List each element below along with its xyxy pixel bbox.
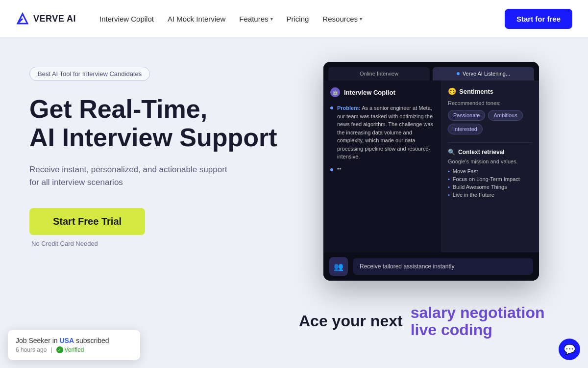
navbar: VERVE AI Interview Copilot AI Mock Inter… xyxy=(0,0,588,37)
chat-widget[interactable]: 💬 xyxy=(559,339,580,360)
mic-button[interactable]: 👥 xyxy=(329,257,348,276)
logo-text: VERVE AI xyxy=(33,14,76,24)
notification-name: Job Seeker in USA subscribed xyxy=(16,337,132,344)
nav-pricing[interactable]: Pricing xyxy=(287,15,309,23)
copilot-icon: 🤖 xyxy=(330,87,340,97)
rec-label: Recommended tones: xyxy=(448,100,532,106)
context-item-3: Build Awesome Things xyxy=(448,184,532,190)
notification-meta: 6 hours ago | ✓ Verified xyxy=(16,346,132,353)
search-icon: 🔍 xyxy=(448,149,455,156)
assist-text: Receive tailored assistance instantly xyxy=(353,258,533,275)
copilot-header: 🤖 Interview Copilot xyxy=(330,87,434,97)
context-section: 🔍 Context retrieval Google's mission and… xyxy=(448,142,532,198)
notification-popup: Job Seeker in USA subscribed 6 hours ago… xyxy=(8,330,140,360)
bullet-dot-1 xyxy=(330,106,333,109)
mock-bottom-bar: 👥 Receive tailored assistance instantly xyxy=(323,252,539,281)
copilot-text-1: Problem: As a senior engineer at Meta, o… xyxy=(337,104,434,161)
nav-resources[interactable]: Resources ▾ xyxy=(322,15,362,23)
copilot-panel: 🤖 Interview Copilot Problem: As a senior… xyxy=(323,80,441,252)
notification-time: 6 hours ago xyxy=(16,346,47,353)
cta-group: Start Free Trial No Credit Card Needed xyxy=(29,208,294,247)
start-free-trial-button[interactable]: Start Free Trial xyxy=(29,208,145,235)
sentiments-panel: 😊 Sentiments Recommended tones: Passiona… xyxy=(441,80,539,252)
nav-features[interactable]: Features ▾ xyxy=(239,15,272,23)
context-item-4: Live in the Future xyxy=(448,192,532,198)
copilot-text-2: ** xyxy=(337,166,342,174)
context-header: 🔍 Context retrieval xyxy=(448,149,532,156)
tone-ambitious: Ambitious xyxy=(488,110,522,121)
copilot-title: Interview Copilot xyxy=(344,89,395,96)
copilot-bullet-2: ** xyxy=(330,166,434,174)
hero-right: Online Interview Verve AI Listening... 🤖… xyxy=(314,57,559,368)
tone-interested: Interested xyxy=(448,124,483,134)
verified-badge: ✓ Verified xyxy=(56,346,84,353)
features-arrow-icon: ▾ xyxy=(270,16,273,22)
context-item-2: Focus on Long-Term Impact xyxy=(448,176,532,182)
scroll-label-2: live coding xyxy=(411,321,545,339)
bullet-dot-2 xyxy=(330,168,333,171)
context-item-1: Move Fast xyxy=(448,168,532,174)
hero-left: Best AI Tool for Interview Candidates Ge… xyxy=(29,57,294,368)
logo[interactable]: VERVE AI xyxy=(16,12,76,26)
nav-ai-mock-interview[interactable]: AI Mock Interview xyxy=(168,15,225,23)
ace-text: Ace your next xyxy=(299,312,403,330)
main-content: Best AI Tool for Interview Candidates Ge… xyxy=(0,37,588,368)
scroll-label-1: salary negotiation xyxy=(411,304,545,321)
notification-separator: | xyxy=(50,346,52,353)
mock-tab-verve-ai[interactable]: Verve AI Listening... xyxy=(433,67,534,80)
copilot-bullet-1: Problem: As a senior engineer at Meta, o… xyxy=(330,104,434,161)
hero-headline: Get Real-Time, AI Interview Support xyxy=(29,95,294,152)
resources-arrow-icon: ▾ xyxy=(360,16,362,22)
logo-icon xyxy=(16,12,29,26)
tone-passionate: Passionate xyxy=(448,110,485,121)
chat-icon: 💬 xyxy=(564,343,576,355)
tone-tags: Passionate Ambitious Interested xyxy=(448,110,532,134)
context-list: Move Fast Focus on Long-Term Impact Buil… xyxy=(448,168,532,198)
scroll-labels: salary negotiation live coding xyxy=(411,304,545,339)
bottom-section: Ace your next salary negotiation live co… xyxy=(299,304,544,339)
mock-tab-online-interview[interactable]: Online Interview xyxy=(328,67,430,80)
hero-subheadline: Receive instant, personalized, and actio… xyxy=(29,163,294,188)
nav-links: Interview Copilot AI Mock Interview Feat… xyxy=(99,15,362,23)
hero-badge: Best AI Tool for Interview Candidates xyxy=(29,67,150,81)
verified-icon: ✓ xyxy=(56,346,63,353)
no-credit-card-label: No Credit Card Needed xyxy=(31,240,98,247)
mock-tabs: Online Interview Verve AI Listening... xyxy=(323,62,539,80)
tab-active-dot xyxy=(457,72,460,75)
start-free-button[interactable]: Start for free xyxy=(505,9,572,29)
context-desc: Google's mission and values. xyxy=(448,158,532,164)
sentiments-title: 😊 Sentiments xyxy=(448,87,532,95)
mock-ui-card: Online Interview Verve AI Listening... 🤖… xyxy=(323,62,539,281)
sentiments-icon: 😊 xyxy=(448,87,456,95)
mock-panels: 🤖 Interview Copilot Problem: As a senior… xyxy=(323,80,539,252)
nav-interview-copilot[interactable]: Interview Copilot xyxy=(99,15,154,23)
